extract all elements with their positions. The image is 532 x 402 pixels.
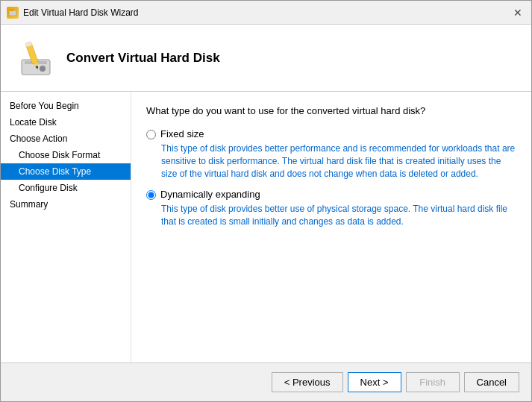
close-button[interactable]: ✕ bbox=[510, 5, 525, 20]
sidebar-item-choose-disk-type[interactable]: Choose Disk Type bbox=[1, 163, 131, 180]
titlebar-title: Edit Virtual Hard Disk Wizard bbox=[23, 7, 510, 18]
option-dynamically-expanding-group: Dynamically expanding This type of disk … bbox=[146, 189, 516, 228]
titlebar-icon bbox=[7, 7, 19, 19]
dynamically-expanding-label[interactable]: Dynamically expanding bbox=[160, 189, 260, 200]
fixed-size-label[interactable]: Fixed size bbox=[160, 128, 204, 139]
cancel-button[interactable]: Cancel bbox=[464, 372, 519, 392]
next-button[interactable]: Next > bbox=[348, 372, 401, 392]
wizard-icon bbox=[16, 39, 54, 78]
main-window: Edit Virtual Hard Disk Wizard ✕ Convert … bbox=[0, 0, 532, 402]
dynamically-expanding-description: This type of disk provides better use of… bbox=[161, 203, 516, 228]
option-fixed-size-group: Fixed size This type of disk provides be… bbox=[146, 128, 516, 180]
svg-rect-0 bbox=[9, 10, 16, 16]
content-area: Before You Begin Locate Disk Choose Acti… bbox=[1, 92, 531, 362]
option-dynamically-expanding-row: Dynamically expanding bbox=[146, 189, 516, 200]
sidebar-item-before-you-begin[interactable]: Before You Begin bbox=[1, 98, 131, 114]
fixed-size-radio[interactable] bbox=[146, 130, 156, 139]
sidebar-item-summary[interactable]: Summary bbox=[1, 196, 131, 213]
sidebar: Before You Begin Locate Disk Choose Acti… bbox=[1, 92, 131, 362]
main-panel: What type do you want to use for the con… bbox=[131, 92, 531, 362]
main-question: What type do you want to use for the con… bbox=[146, 105, 516, 116]
svg-point-4 bbox=[40, 66, 46, 72]
finish-button[interactable]: Finish bbox=[406, 372, 460, 392]
sidebar-item-configure-disk[interactable]: Configure Disk bbox=[1, 180, 131, 196]
titlebar: Edit Virtual Hard Disk Wizard ✕ bbox=[1, 1, 531, 25]
sidebar-item-choose-action[interactable]: Choose Action bbox=[1, 131, 131, 147]
previous-button[interactable]: < Previous bbox=[272, 372, 343, 392]
svg-rect-1 bbox=[10, 9, 13, 11]
footer: < Previous Next > Finish Cancel bbox=[1, 362, 531, 401]
sidebar-item-choose-disk-format[interactable]: Choose Disk Format bbox=[1, 147, 131, 163]
option-fixed-size-row: Fixed size bbox=[146, 128, 516, 139]
fixed-size-description: This type of disk provides better perfor… bbox=[161, 142, 516, 180]
header-area: Convert Virtual Hard Disk bbox=[1, 25, 531, 92]
sidebar-item-locate-disk[interactable]: Locate Disk bbox=[1, 114, 131, 131]
dynamically-expanding-radio[interactable] bbox=[146, 190, 156, 200]
page-title: Convert Virtual Hard Disk bbox=[66, 51, 220, 66]
